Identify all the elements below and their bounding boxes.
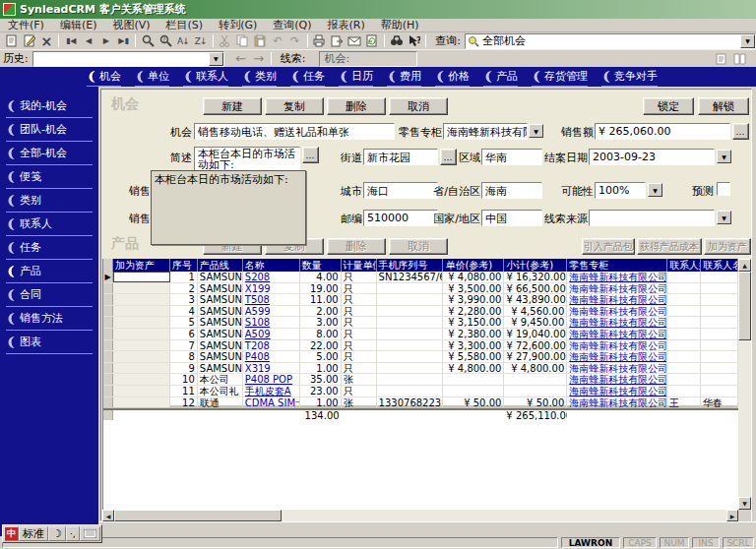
cell-asset[interactable] bbox=[113, 283, 170, 294]
cell-link-name[interactable]: T508 bbox=[245, 294, 270, 305]
prev-record-icon[interactable]: ◀ bbox=[80, 33, 97, 48]
row-selector[interactable] bbox=[103, 306, 113, 317]
tab-产品[interactable]: 产品 bbox=[483, 69, 518, 87]
report-icon[interactable] bbox=[713, 51, 730, 66]
menu-item[interactable]: 报表(R) bbox=[320, 18, 373, 32]
ime-punctuation-icon[interactable]: ·, bbox=[66, 526, 80, 541]
query-dropdown-button[interactable]: ▼ bbox=[740, 34, 755, 48]
table-row[interactable]: 10本公司P408 POP35.00张海南蜂新科技有限公司 bbox=[103, 374, 738, 386]
cell-link-counter[interactable]: 海南蜂新科技有限公司 bbox=[569, 386, 667, 396]
paste-icon[interactable] bbox=[251, 33, 269, 48]
get-product-cost-button[interactable]: 获得产品成本 bbox=[637, 238, 702, 255]
column-header-手机序列号[interactable]: 手机序列号 bbox=[377, 259, 444, 272]
table-row[interactable]: 12联通CDMA SIM卡1.00张13307682236¥ 50.00¥ 50… bbox=[103, 397, 738, 409]
import-package-button[interactable]: 引入产品包 bbox=[582, 238, 635, 255]
menu-item[interactable]: 栏目(S) bbox=[158, 18, 212, 32]
product-delete-button[interactable]: 删除 bbox=[327, 238, 386, 255]
row-selector[interactable] bbox=[103, 386, 113, 396]
sidebar-item-图表[interactable]: 图表 bbox=[6, 331, 93, 354]
edit-record-icon[interactable] bbox=[21, 33, 38, 48]
scroll-right-button[interactable]: ▶ bbox=[726, 510, 738, 521]
tab-机会[interactable]: 机会 bbox=[87, 69, 121, 87]
zip-input[interactable]: 510000 bbox=[363, 210, 438, 226]
brief-memo-popup[interactable]: 本柜台本日的市场活动如下: bbox=[151, 170, 306, 245]
column-header-加为资产[interactable]: 加为资产 bbox=[113, 259, 170, 272]
province-input[interactable]: 海南 bbox=[481, 182, 542, 199]
cell-asset[interactable] bbox=[113, 306, 170, 317]
counter-input[interactable]: 海南蜂新科技有限公司 bbox=[443, 123, 528, 140]
find-binoculars-icon[interactable] bbox=[388, 33, 406, 48]
table-row[interactable]: 9SAMSUNGX3191.00只¥ 4,800.00¥ 4,800.00海南蜂… bbox=[103, 363, 738, 375]
context-help-icon[interactable]: ? bbox=[405, 33, 422, 48]
back-icon[interactable]: ← bbox=[232, 51, 250, 66]
forward-icon[interactable]: → bbox=[250, 51, 268, 66]
menu-item[interactable]: 转到(G) bbox=[211, 18, 265, 32]
street-input[interactable]: 新市花园 bbox=[363, 149, 438, 165]
row-selector[interactable] bbox=[103, 374, 113, 385]
unlock-button[interactable]: 解锁 bbox=[698, 97, 749, 115]
undo-icon[interactable]: ↶ bbox=[269, 33, 286, 48]
sidebar-item-全部-机会[interactable]: 全部-机会 bbox=[6, 142, 93, 165]
ime-softkeyboard-icon[interactable] bbox=[80, 526, 100, 541]
ime-mode-button[interactable]: 标准 bbox=[19, 526, 48, 541]
table-row[interactable]: ▶1SAMSUNGS2084.00只SN1234567/68/¥ 4,080.0… bbox=[103, 272, 738, 283]
tab-价格[interactable]: 价格 bbox=[435, 69, 470, 87]
cell-asset[interactable] bbox=[113, 329, 170, 339]
source-dropdown-button[interactable]: ▼ bbox=[717, 211, 731, 224]
history-dropdown-button[interactable]: ▼ bbox=[209, 52, 223, 66]
cell-link-last[interactable]: 王 bbox=[669, 397, 679, 408]
column-header-产品线[interactable]: 产品线 bbox=[198, 259, 243, 272]
redo-icon[interactable]: ↷ bbox=[286, 33, 304, 48]
print-icon[interactable] bbox=[311, 33, 329, 48]
cell-asset[interactable] bbox=[113, 340, 170, 351]
sidebar-item-合同[interactable]: 合同 bbox=[6, 283, 93, 307]
forecast-checkbox[interactable] bbox=[717, 182, 730, 196]
city-input[interactable]: 海口 bbox=[363, 182, 438, 199]
horizontal-scrollbar[interactable]: ◀ ▶ bbox=[102, 510, 738, 521]
history-combobox[interactable]: ▼ bbox=[32, 51, 224, 67]
tab-联系人[interactable]: 联系人 bbox=[183, 69, 228, 87]
row-selector[interactable]: ▶ bbox=[103, 272, 113, 282]
sidebar-item-产品[interactable]: 产品 bbox=[6, 260, 93, 283]
cell-asset[interactable] bbox=[113, 374, 170, 385]
add-as-asset-button[interactable]: 加为资产 bbox=[704, 238, 751, 255]
cell-link-name[interactable]: X199 bbox=[245, 283, 271, 294]
title-bar[interactable]: SynleadCRM 客户关系管理系统 bbox=[0, 0, 756, 19]
scroll-left-button[interactable]: ◀ bbox=[102, 510, 114, 521]
scroll-up-button[interactable]: ▲ bbox=[738, 259, 751, 272]
first-record-icon[interactable]: ▮◀ bbox=[62, 33, 80, 48]
cell-link-counter[interactable]: 海南蜂新科技有限公司 bbox=[569, 329, 667, 339]
tab-类别[interactable]: 类别 bbox=[242, 69, 277, 87]
table-row[interactable]: 4SAMSUNGA5992.00只¥ 2,280.00¥ 4,560.00海南蜂… bbox=[103, 306, 738, 318]
column-header-名称[interactable]: 名称 bbox=[243, 259, 300, 272]
sidebar-item-团队-机会[interactable]: 团队-机会 bbox=[6, 118, 93, 142]
tab-任务[interactable]: 任务 bbox=[290, 69, 325, 87]
book-icon[interactable] bbox=[730, 51, 748, 66]
lock-button[interactable]: 锁定 bbox=[643, 97, 694, 115]
last-record-icon[interactable]: ▶▮ bbox=[115, 33, 133, 48]
delete-record-icon[interactable]: × bbox=[38, 33, 56, 48]
table-row[interactable]: 3SAMSUNGT50811.00只¥ 3,990.00¥ 43,890.00海… bbox=[103, 294, 738, 306]
cell-link-counter[interactable]: 海南蜂新科技有限公司 bbox=[569, 374, 667, 385]
column-header-序号[interactable]: 序号 bbox=[170, 259, 198, 272]
table-row[interactable]: 2SAMSUNGX19919.00只¥ 3,500.00¥ 66,500.00海… bbox=[103, 283, 738, 295]
cell-asset[interactable] bbox=[113, 294, 170, 305]
tab-费用[interactable]: 费用 bbox=[387, 69, 421, 87]
menu-item[interactable]: 视图(V) bbox=[104, 18, 158, 32]
tab-存货管理[interactable]: 存货管理 bbox=[532, 69, 588, 87]
tab-竞争对手[interactable]: 竞争对手 bbox=[601, 69, 658, 87]
sidebar-item-联系人[interactable]: 联系人 bbox=[6, 213, 93, 236]
cell-link-name[interactable]: S208 bbox=[245, 272, 270, 282]
new-record-icon[interactable] bbox=[3, 33, 21, 48]
table-row[interactable]: 5SAMSUNGS1083.00只¥ 3,150.00¥ 9,450.00海南蜂… bbox=[103, 317, 738, 329]
row-selector[interactable] bbox=[103, 397, 113, 408]
brief-ellipsis-button[interactable]: … bbox=[302, 147, 319, 163]
query-combobox[interactable]: 全部机会 ▼ bbox=[465, 33, 756, 49]
probability-input[interactable]: 100% bbox=[595, 182, 646, 199]
opp-copy-button[interactable]: 复制 bbox=[265, 97, 324, 115]
cell-link-counter[interactable]: 海南蜂新科技有限公司 bbox=[569, 294, 667, 305]
brief-input[interactable]: 本柜台本日的市场活动如下: bbox=[194, 147, 300, 172]
row-selector[interactable] bbox=[103, 329, 113, 339]
export-icon[interactable] bbox=[328, 33, 346, 48]
table-row[interactable]: 11本公司礼手机皮套A23.00只海南蜂新科技有限公司 bbox=[103, 386, 738, 397]
